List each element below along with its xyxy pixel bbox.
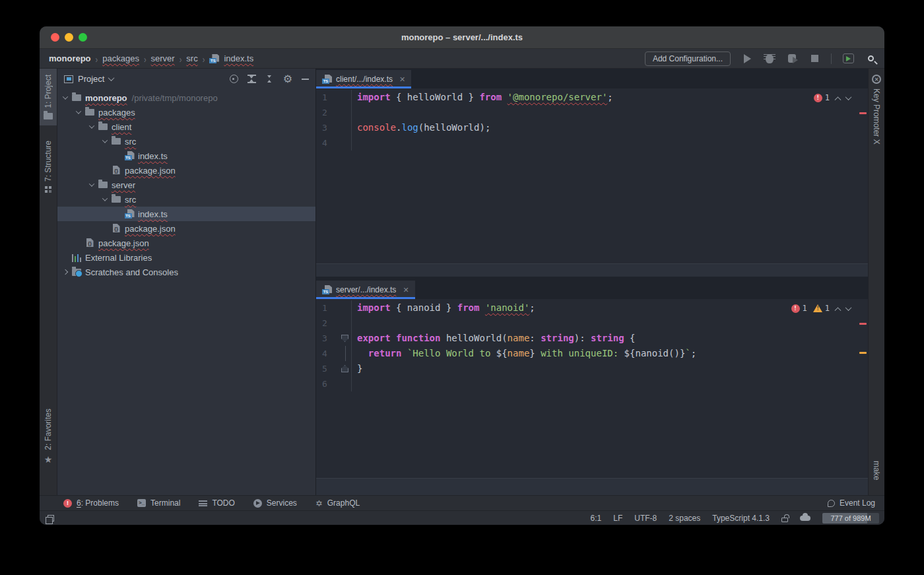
- close-tab-icon[interactable]: ✕: [399, 75, 405, 84]
- code-line[interactable]: 4: [316, 135, 868, 151]
- error-badge[interactable]: !1: [791, 304, 807, 313]
- event-log-button[interactable]: Event Log: [828, 498, 875, 508]
- tool-button-key-promoter[interactable]: ✕ Key Promoter X: [869, 69, 884, 151]
- next-error-icon[interactable]: [845, 304, 852, 311]
- code-line[interactable]: 1import { nanoid } from 'nanoid';: [316, 300, 868, 316]
- tree-row[interactable]: server: [57, 178, 315, 192]
- title-bar: monorepo – server/.../index.ts: [40, 26, 884, 49]
- tool-window-button-graphql[interactable]: ✡GraphQL: [315, 498, 360, 508]
- minimize-window-button[interactable]: [65, 33, 73, 42]
- tree-row[interactable]: index.ts: [57, 207, 315, 221]
- editor-splitter[interactable]: [316, 263, 868, 277]
- tree-row[interactable]: package.json: [57, 236, 315, 250]
- tool-button-favorites[interactable]: 2: Favorites ★: [40, 403, 57, 470]
- caret-position[interactable]: 6:1: [591, 514, 602, 523]
- tree-row[interactable]: package.json: [57, 221, 315, 236]
- project-view-selector[interactable]: Project: [64, 74, 114, 84]
- tool-button-make[interactable]: make: [869, 455, 884, 486]
- code-line[interactable]: 6: [316, 376, 868, 391]
- error-badge[interactable]: !1: [814, 93, 830, 102]
- code-line[interactable]: 1import { helloWorld } from '@monorepo/s…: [316, 90, 868, 105]
- code-line[interactable]: 2: [316, 316, 868, 331]
- indent-setting[interactable]: 2 spaces: [669, 514, 700, 523]
- collapse-all-icon[interactable]: [265, 75, 274, 83]
- tool-window-button-services[interactable]: Services: [253, 498, 297, 508]
- tree-row[interactable]: monorepo/private/tmp/monorepo: [57, 90, 315, 105]
- tool-window-button-todo[interactable]: TODO: [199, 498, 234, 508]
- previous-error-icon[interactable]: [835, 96, 842, 103]
- file-encoding[interactable]: UTF-8: [634, 514, 657, 523]
- stripe-mark-error[interactable]: [859, 323, 867, 325]
- run-with-coverage-icon[interactable]: [786, 53, 798, 65]
- code-line[interactable]: 3console.log(helloWorld);: [316, 120, 868, 135]
- editor-pane-server[interactable]: 1import { nanoid } from 'nanoid';23expor…: [316, 299, 868, 478]
- search-everywhere-icon[interactable]: [865, 53, 876, 65]
- previous-error-icon[interactable]: [835, 307, 842, 314]
- tree-row[interactable]: index.ts: [57, 149, 315, 163]
- folder-icon: [98, 123, 108, 130]
- breadcrumb-item[interactable]: monorepo: [49, 53, 91, 63]
- warning-badge[interactable]: 1: [813, 304, 830, 313]
- code-text: import { nanoid } from 'nanoid';: [352, 300, 535, 316]
- expand-all-icon[interactable]: [248, 75, 256, 83]
- tool-button-structure[interactable]: 7: Structure: [40, 135, 57, 199]
- code-line[interactable]: 2: [316, 105, 868, 120]
- tree-row[interactable]: client: [57, 119, 315, 134]
- editor-pane-client[interactable]: 1import { helloWorld } from '@monorepo/s…: [316, 88, 868, 263]
- fold-marker-icon[interactable]: [341, 365, 348, 372]
- zoom-window-button[interactable]: [79, 33, 87, 42]
- tree-row[interactable]: package.json: [57, 163, 315, 178]
- editor-tab-client[interactable]: client/.../index.ts ✕: [316, 70, 411, 88]
- add-configuration-button[interactable]: Add Configuration...: [645, 51, 731, 66]
- code-line[interactable]: 4 return `Hello World to ${name} with un…: [316, 346, 868, 361]
- tree-row[interactable]: External Libraries: [57, 250, 315, 265]
- error-stripe-scrollbar[interactable]: [859, 88, 868, 263]
- breadcrumb-item[interactable]: packages: [102, 53, 139, 63]
- chevron-down-icon[interactable]: [100, 139, 110, 143]
- line-separator[interactable]: LF: [613, 514, 622, 523]
- chevron-right-icon[interactable]: [60, 270, 71, 274]
- code-text: return `Hello World to ${name} with uniq…: [352, 346, 696, 361]
- chevron-down-icon[interactable]: [86, 183, 97, 187]
- code-line[interactable]: 3export function helloWorld(name: string…: [316, 331, 868, 346]
- close-tab-icon[interactable]: ✕: [403, 286, 409, 294]
- line-number: 1: [316, 90, 339, 105]
- lock-icon[interactable]: [781, 518, 788, 522]
- error-stripe-scrollbar[interactable]: [859, 299, 868, 478]
- chevron-down-icon[interactable]: [73, 110, 84, 114]
- settings-gear-icon[interactable]: ⚙: [283, 75, 292, 83]
- hide-panel-icon[interactable]: [302, 79, 309, 80]
- breadcrumb-item[interactable]: server: [151, 53, 175, 63]
- cloud-settings-icon[interactable]: [800, 516, 810, 521]
- line-number: 3: [316, 331, 339, 346]
- select-opened-file-icon[interactable]: [230, 75, 238, 83]
- next-error-icon[interactable]: [845, 94, 852, 100]
- tool-window-button-problems[interactable]: !6: Problems: [63, 498, 119, 508]
- fold-marker-icon[interactable]: [341, 335, 348, 342]
- stripe-mark-warning[interactable]: [859, 352, 867, 354]
- toolwindow-toggle-icon[interactable]: [48, 515, 54, 522]
- breadcrumb-item[interactable]: src: [186, 53, 197, 63]
- tree-row[interactable]: src: [57, 134, 315, 149]
- tree-row[interactable]: packages: [57, 105, 315, 119]
- tree-row[interactable]: src: [57, 192, 315, 207]
- code-line[interactable]: 5}: [316, 361, 868, 376]
- debug-icon[interactable]: [764, 53, 776, 65]
- chevron-down-icon[interactable]: [100, 197, 110, 201]
- stop-icon[interactable]: [808, 53, 820, 65]
- stripe-mark-error[interactable]: [859, 112, 867, 114]
- run-icon[interactable]: [741, 53, 753, 65]
- run-anything-icon[interactable]: [842, 53, 854, 65]
- chevron-down-icon[interactable]: [86, 125, 97, 129]
- tool-button-project[interactable]: 1: Project: [40, 69, 57, 125]
- close-window-button[interactable]: [51, 33, 59, 42]
- chevron-down-icon[interactable]: [60, 96, 71, 100]
- breadcrumb-item[interactable]: index.ts: [224, 53, 253, 63]
- scratches-icon: [72, 269, 81, 276]
- typescript-version[interactable]: TypeScript 4.1.3: [712, 514, 770, 523]
- project-panel-header: Project ⚙: [57, 69, 315, 89]
- editor-tab-server[interactable]: server/.../index.ts ✕: [316, 281, 415, 299]
- memory-indicator[interactable]: 777 of 989M: [822, 513, 879, 524]
- tool-window-button-terminal[interactable]: >_Terminal: [137, 498, 180, 508]
- tree-row[interactable]: Scratches and Consoles: [57, 265, 315, 279]
